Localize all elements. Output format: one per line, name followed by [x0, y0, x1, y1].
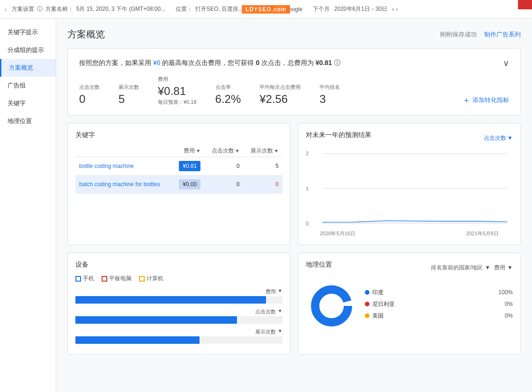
legend-tablet-label: 平板电脑: [109, 275, 132, 283]
device-card: 设备 手机 平板电脑 计算机: [67, 253, 290, 355]
back-arrow[interactable]: ‹: [5, 6, 7, 13]
summary-main-text: 按照您的方案，如果采用 ¥6 的最高每次点击费用，您可获得 0 次点击，总费用为…: [79, 59, 503, 67]
metric-avg-rank-value: 3: [319, 93, 340, 106]
kw-link-0[interactable]: bottle coding machine: [79, 163, 134, 169]
scheme-name: 5月 15, 2020, 3 下午 (GMT+08:00...: [76, 5, 165, 13]
legend-computer-dot: [139, 276, 145, 282]
date-nav: ‹ ›: [392, 6, 398, 13]
chart-x-labels: 2020年5月16日 2021年5月8日: [306, 230, 513, 237]
geo-legend: 印度 100% 尼日利亚 0%: [365, 289, 513, 324]
forecast-chart-svg: [306, 149, 513, 228]
summary-card: 按照您的方案，如果采用 ¥6 的最高每次点击费用，您可获得 0 次点击，总费用为…: [67, 48, 521, 116]
page-title: 方案概览: [67, 28, 105, 41]
clicks-sort-icon: ▼: [235, 148, 240, 153]
metric-impressions-value: 5: [118, 93, 139, 106]
add-conversion-btn[interactable]: ＋ 添加转化指标: [462, 94, 509, 106]
sidebar-item-group-hint[interactable]: 分成组的提示: [0, 41, 56, 59]
device-card-title: 设备: [75, 261, 282, 269]
location-value: 打开SEO, 百度排...: [195, 5, 243, 13]
nav-next[interactable]: ›: [396, 6, 398, 13]
device-bar-outer-1: [75, 316, 282, 324]
just-saved-label: 刚刚保存成功: [440, 30, 477, 39]
scheme-settings-label: 方案设置: [12, 5, 34, 13]
top-right-red-box: [518, 0, 532, 9]
legend-mobile-label: 手机: [83, 275, 94, 283]
kw-row-0-keyword: bottle coding machine: [75, 157, 172, 175]
kw-col-impressions[interactable]: 展示次数 ▼: [244, 145, 282, 157]
device-bar-row-2: [75, 336, 282, 344]
forecast-title: 对未来一年的预测结果: [306, 131, 371, 139]
metric-clicks: 点击次数 0: [79, 84, 100, 106]
device-bar-label-2: 展示次数 ▼: [75, 328, 282, 335]
kw-link-1[interactable]: batch coding machine for bottles: [79, 181, 160, 188]
geo-metric-label: 费用: [494, 264, 505, 272]
kw-row-0-cost-badge: ¥0.81: [179, 161, 200, 171]
geo-item-usa: 美国 0%: [365, 312, 513, 320]
summary-text: 按照您的方案，如果采用 ¥6 的最高每次点击费用，您可获得 0 次点击，总费用为…: [79, 58, 509, 68]
impressions-sort-icon: ▼: [274, 148, 279, 153]
summary-intro: 按照您的方案，如果采用: [79, 59, 151, 66]
bar-impressions-arrow[interactable]: ▼: [278, 328, 282, 335]
geo-sort-select[interactable]: 排名靠前的国家/地区 ▼: [431, 264, 490, 272]
summary-total: ¥0.81: [316, 59, 332, 66]
geo-metric-select[interactable]: 费用 ▼: [494, 264, 513, 272]
geo-item-india: 印度 100%: [365, 289, 513, 297]
device-bar-inner-0: [75, 296, 266, 304]
forecast-card: 对未来一年的预测结果 点击次数 ▼ 2 1 0: [298, 123, 521, 245]
metric-avg-cpc: 平均每次点击费用 ¥2.56: [259, 84, 301, 106]
watermark: LDYSEO.com: [242, 5, 290, 14]
geo-controls: 排名靠前的国家/地区 ▼ 费用 ▼: [431, 264, 513, 272]
pie-svg: [306, 280, 357, 332]
geo-country-usa: 美国: [365, 312, 384, 320]
kw-row-1-clicks: 0: [204, 175, 243, 194]
location-label: 位置：: [176, 5, 192, 13]
geo-header: 地理位置 排名靠前的国家/地区 ▼ 费用 ▼: [306, 261, 513, 275]
metric-avg-rank: 平均排名 3: [319, 84, 340, 106]
info-icon: ⓘ: [37, 5, 43, 13]
kw-col-cost[interactable]: 费用 ▼: [172, 145, 204, 157]
geo-dot-nigeria: [365, 302, 369, 306]
metric-clicks-label: 点击次数: [79, 84, 100, 91]
kw-row-1: batch coding machine for bottles ¥0.00 0…: [75, 175, 282, 194]
device-bar-outer-0: [75, 296, 282, 304]
geo-name-india: 印度: [372, 289, 384, 297]
legend-mobile: 手机: [75, 275, 94, 283]
summary-chevron[interactable]: ∨: [503, 58, 509, 68]
bar-label-cost: 费用: [266, 288, 276, 295]
forecast-metric-select[interactable]: 点击次数 ▼: [484, 134, 513, 142]
bar-clicks-arrow[interactable]: ▼: [278, 308, 282, 315]
chart-header: 对未来一年的预测结果 点击次数 ▼: [306, 131, 513, 145]
geography-card: 地理位置 排名靠前的国家/地区 ▼ 费用 ▼: [298, 253, 521, 355]
two-col-top: 关键字 费用 ▼: [67, 123, 521, 245]
plus-icon: ＋: [462, 94, 471, 106]
top-bar: ‹ 方案设置 ⓘ 方案名称： 5月 15, 2020, 3 下午 (GMT+08…: [0, 0, 532, 19]
metrics-row: 点击次数 0 展示次数 5 费用 ¥0.81 每日预算：¥0.18 点击率 6.…: [79, 76, 509, 106]
geo-dot-usa: [365, 313, 369, 318]
geo-dot-india: [365, 290, 369, 295]
kw-row-0-clicks: 0: [204, 157, 243, 175]
summary-clicks: 0: [256, 59, 259, 66]
make-campaign-link[interactable]: 制作广告系列: [484, 30, 521, 39]
nav-prev[interactable]: ‹: [392, 6, 394, 13]
sidebar-item-keyword[interactable]: 关键字: [0, 94, 56, 112]
geo-item-nigeria: 尼日利亚 0%: [365, 300, 513, 308]
sidebar-item-overview[interactable]: 方案概览: [0, 59, 56, 77]
device-bar-label-0: 费用 ▼: [75, 288, 282, 295]
kw-row-1-impressions: 0: [244, 175, 282, 194]
device-bar-outer-2: [75, 336, 282, 344]
metric-ctr: 点击率 6.2%: [215, 84, 241, 106]
bar-cost-arrow[interactable]: ▼: [278, 288, 282, 295]
geo-country-india: 印度: [365, 289, 384, 297]
page-header: 方案概览 刚刚保存成功 制作广告系列: [67, 28, 521, 41]
sidebar-item-location[interactable]: 地理位置: [0, 112, 56, 130]
kw-col-clicks[interactable]: 点击次数 ▼: [204, 145, 243, 157]
name-label: 方案名称：: [45, 5, 74, 13]
sidebar-item-adgroup[interactable]: 广告组: [0, 77, 56, 94]
geo-country-nigeria: 尼日利亚: [365, 300, 395, 308]
sidebar-item-keywords-hint[interactable]: 关键字提示: [0, 23, 56, 41]
kw-row-1-cost: ¥0.00: [172, 175, 204, 194]
forecast-metric-arrow: ▼: [507, 135, 513, 141]
geo-sort-label: 排名靠前的国家/地区: [431, 264, 483, 272]
svg-point-6: [319, 294, 344, 318]
date-value: 2020年6月1日－30日: [334, 5, 387, 13]
